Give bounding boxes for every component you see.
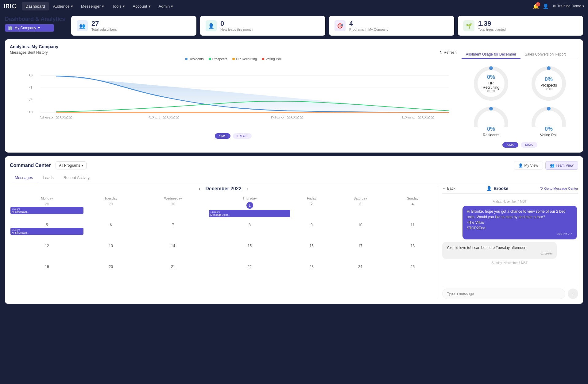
go-to-message-center[interactable]: 🗨 Go to Message Center (540, 187, 578, 190)
tab-recent-activity[interactable]: Recent Activity (59, 173, 95, 182)
chat-text-sent: Hi Brooke, hope you got a chance to view… (467, 209, 573, 231)
calendar-day[interactable]: 7 (137, 222, 208, 243)
prev-month-button[interactable]: ‹ (199, 186, 200, 192)
chat-send-button[interactable]: › (568, 289, 578, 299)
tab-sales[interactable]: Sales Conversion Report (520, 50, 570, 59)
calendar-month: December 2022 (205, 186, 241, 192)
col-friday: Friday (291, 195, 332, 201)
logo[interactable]: IRI⬡ (4, 3, 17, 10)
date-separator-2: Sunday, November 6 MST (442, 261, 577, 265)
command-center-content: ‹ December 2022 › Monday Tuesday Wednesd… (10, 186, 578, 299)
tab-allotment[interactable]: Allotment Usage for December (462, 50, 520, 59)
donut-residents-label: 0% Residents (483, 126, 499, 137)
tab-leads[interactable]: Leads (38, 173, 58, 182)
nav-account[interactable]: Account ▾ (129, 2, 154, 10)
dashboard-title-block: Dashboard & Analytics 🏢 My Company ▾ (5, 16, 66, 32)
tab-messages[interactable]: Messages (10, 173, 38, 182)
svg-text:6: 6 (29, 74, 33, 77)
calendar-day[interactable]: 13 (84, 243, 138, 264)
email-button[interactable]: EMAIL (233, 133, 252, 139)
calendar-day[interactable]: 18 (388, 243, 437, 264)
analytics-content: Messages Sent History ↻ Refresh Resident… (10, 50, 578, 148)
chevron-down-icon: ▾ (149, 4, 151, 9)
leads-label: New leads this month (220, 28, 253, 31)
donut-voting: 0% Voting Poll (522, 106, 576, 137)
calendar-day[interactable]: 25 (388, 264, 437, 285)
nav-tools[interactable]: Tools ▾ (108, 2, 128, 10)
donut-voting-label: 0% Voting Poll (540, 126, 558, 137)
calendar-day[interactable]: 12 (10, 243, 84, 264)
calendar-day[interactable]: 30 (137, 201, 208, 222)
calendar-day[interactable]: 22 (208, 264, 291, 285)
donut-residents-wrap (473, 106, 509, 127)
calendar-day[interactable]: 59:00amHi $firstNam... (10, 222, 84, 243)
calendar-day[interactable]: 15 (208, 243, 291, 264)
training-demo-label[interactable]: 🖥 Training Demo ▾ (552, 4, 584, 8)
calendar-event[interactable]: 9:00amHi $firstNam... (10, 228, 83, 235)
chevron-down-icon: ▾ (38, 26, 40, 30)
date-separator-1: Friday, November 4 MST (442, 200, 577, 203)
chat-bubble-recv: Yes! I'd love to! I can be there Tuesday… (442, 242, 557, 259)
calendar-event[interactable]: 9:00amHi $firstNam... (10, 207, 83, 214)
dashboard-header: Dashboard & Analytics 🏢 My Company ▾ 👥 2… (5, 16, 583, 36)
programs-icon: 🎯 (335, 20, 346, 31)
team-view-button[interactable]: 👥 Team View (545, 161, 578, 170)
calendar-day[interactable]: 14 (137, 243, 208, 264)
programs-label: Programs in My Company (349, 28, 388, 31)
chat-user-name: 👤 Brooke (486, 186, 508, 191)
nav-messenger[interactable]: Messenger ▾ (77, 2, 108, 10)
calendar-day[interactable]: 24 (332, 264, 388, 285)
calendar-day[interactable]: 17 (332, 243, 388, 264)
calendar-day[interactable]: 11 (388, 222, 437, 243)
notification-bell[interactable]: 🔔 1 (533, 3, 539, 9)
calendar-nav: ‹ December 2022 › (10, 186, 437, 192)
legend-voting: Voting Poll (262, 57, 281, 61)
calendar-day[interactable]: 19 (10, 264, 84, 285)
next-month-button[interactable]: › (246, 186, 248, 192)
sms-allotment-button[interactable]: SMS (502, 142, 518, 148)
my-view-button[interactable]: 👤 My View (514, 161, 543, 170)
subscribers-count: 27 (91, 20, 117, 27)
refresh-button[interactable]: ↻ Refresh (439, 50, 457, 55)
view-toggle: 👤 My View 👥 Team View (514, 161, 578, 170)
command-center-tabs: Messages Leads Recent Activity (10, 173, 578, 182)
legend-residents: Residents (185, 57, 204, 61)
calendar-day[interactable]: 9 (291, 222, 332, 243)
message-center-icon: 🗨 (540, 187, 543, 190)
svg-text:4: 4 (29, 86, 33, 89)
calendar-day[interactable]: 29 (84, 201, 138, 222)
user-avatar-icon[interactable]: 👤 (543, 3, 549, 9)
top-navigation: IRI⬡ Dashboard Audience ▾ Messenger ▾ To… (0, 0, 588, 12)
calendar-day[interactable]: 21 (137, 264, 208, 285)
analytics-title: Analytics: My Company (10, 44, 578, 49)
legend-prospects: Prospects (209, 57, 227, 61)
calendar-day[interactable]: 23 (291, 264, 332, 285)
calendar-day[interactable]: 10 (332, 222, 388, 243)
calendar-day[interactable]: 3 (332, 201, 388, 222)
calendar-day[interactable]: 2 (291, 201, 332, 222)
dashboard-title: Dashboard & Analytics (5, 16, 66, 22)
calendar-day[interactable]: 289:00amHi $firstNam... (10, 201, 84, 222)
legend-dot-hr (232, 58, 235, 60)
calendar-day[interactable]: 111:02amMessage Appr... (208, 201, 291, 222)
chart-button-row: SMS EMAIL (10, 133, 457, 139)
calendar-day[interactable]: 6 (84, 222, 138, 243)
sms-button[interactable]: SMS (215, 133, 231, 139)
line-chart: 0 2 4 6 Sep 2022 Oct 2022 Nov 2022 Dec 2… (10, 63, 457, 131)
nav-audience[interactable]: Audience ▾ (49, 2, 77, 10)
leads-icon: 👤 (206, 20, 217, 31)
chat-input[interactable] (442, 289, 565, 299)
calendar-day[interactable]: 20 (84, 264, 138, 285)
calendar-event[interactable]: 11:02amMessage Appr... (209, 210, 290, 217)
calendar-day[interactable]: 8 (208, 222, 291, 243)
calendar-day[interactable]: 4 (388, 201, 437, 222)
nav-admin[interactable]: Admin ▾ (155, 2, 177, 10)
all-programs-select[interactable]: All Programs ▾ (56, 161, 87, 169)
calendar-day[interactable]: 16 (291, 243, 332, 264)
analytics-tabs: Allotment Usage for December Sales Conve… (462, 50, 578, 59)
company-select-button[interactable]: 🏢 My Company ▾ (5, 24, 54, 32)
mms-allotment-button[interactable]: MMS (521, 142, 537, 148)
back-button[interactable]: ← Back (442, 186, 455, 191)
chevron-down-icon: ▾ (582, 4, 584, 8)
nav-dashboard[interactable]: Dashboard (22, 2, 49, 10)
